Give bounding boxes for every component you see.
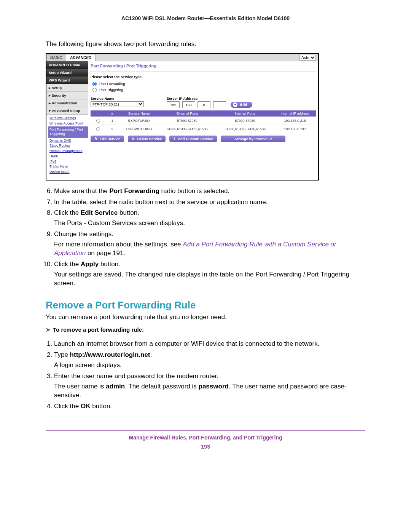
nav-device-mode[interactable]: Device Mode [49, 169, 87, 175]
footer-divider [46, 430, 365, 431]
step2-3: Enter the user name and password for the… [54, 372, 365, 400]
arrow-icon: ➤ [46, 326, 51, 333]
tab-basic[interactable]: BASIC [46, 54, 66, 61]
footer-text: Manage Firewall Rules, Port Forwarding, … [46, 435, 365, 441]
th-internal-ip: Internal IP address [274, 110, 316, 117]
table-row: 1 EXPOTURBO 57900-57980 57900-57980 192.… [91, 117, 316, 125]
forwarding-table: # Service Name External Ports Internal P… [91, 110, 316, 133]
nav-static-routes[interactable]: Static Routes [49, 143, 87, 149]
language-select-wrap: Auto [297, 54, 318, 61]
step-10-sub: Your settings are saved. The changed rul… [54, 270, 365, 288]
th-internal-ports: Internal Ports [216, 110, 274, 117]
left-nav: ADVANCED Home Setup Wizard WPS Wizard ▸S… [46, 61, 88, 180]
service-name-heading: Service Name [91, 96, 144, 101]
delete-service-button[interactable]: ✕ Delete Service [128, 136, 166, 142]
close-icon: ✕ [132, 137, 135, 141]
nav-upnp[interactable]: UPnP [49, 154, 87, 159]
ip-octet-3[interactable] [198, 101, 210, 108]
step2-2: Type http://www.routerlogin.net. A login… [54, 351, 365, 370]
language-select[interactable]: Auto [299, 55, 316, 61]
table-row: 2 TAGSWITCHING 61235,61335,61435,61535 6… [91, 125, 316, 133]
step-7: In the table, select the radio button ne… [54, 198, 365, 207]
th-external-ports: External Ports [158, 110, 216, 117]
page-number: 193 [46, 444, 365, 450]
service-type-group: Please select the service type. Port For… [91, 75, 316, 93]
service-name-select[interactable]: FTP(TCP:20,21) [91, 101, 144, 107]
nav-security[interactable]: ▸Security [46, 92, 88, 99]
step-8: Click the Edit Service button. The Ports… [54, 209, 365, 228]
nav-traffic-meter[interactable]: Traffic Meter [49, 164, 87, 169]
radio-port-triggering-input[interactable] [92, 88, 97, 92]
step-6: Make sure that the Port Forwarding radio… [54, 187, 365, 196]
service-type-label: Please select the service type. [91, 75, 316, 79]
section-intro: You can remove a port forwarding rule th… [46, 313, 365, 321]
nav-ipv6[interactable]: IPv6 [49, 159, 87, 165]
server-ip-group: . . . + Add [167, 101, 252, 108]
tab-advanced[interactable]: ADVANCED [66, 54, 96, 61]
nav-administration[interactable]: ▸Administration [46, 99, 88, 107]
nav-setup-wizard[interactable]: Setup Wizard [46, 69, 88, 77]
row-select-radio[interactable] [96, 119, 100, 123]
tab-bar: BASIC ADVANCED Auto [46, 54, 318, 61]
radio-port-forwarding[interactable]: Port Forwarding [91, 80, 316, 86]
step2-4: Click the OK button. [54, 402, 365, 411]
nav-advanced-home[interactable]: ADVANCED Home [46, 61, 88, 69]
content-pane: Port Forwarding / Port Triggering Please… [88, 61, 318, 180]
router-screenshot: BASIC ADVANCED Auto ADVANCED Home Setup … [46, 53, 319, 181]
arrange-by-ip-button[interactable]: Arrange by Internal IP [221, 136, 285, 142]
radio-port-triggering[interactable]: Port Triggering [91, 86, 316, 93]
to-heading: ➤To remove a port forwarding rule: [46, 326, 365, 333]
nav-wireless-settings[interactable]: Wireless Settings [49, 116, 87, 121]
ip-octet-1[interactable] [167, 101, 180, 108]
nav-port-forwarding[interactable]: Port Forwarding / Port Triggering [48, 126, 88, 137]
intro-text: The following figure shows two port forw… [46, 40, 365, 48]
plus-icon: + [173, 137, 175, 141]
row-select-radio[interactable] [96, 127, 100, 131]
ip-octet-2[interactable] [182, 101, 195, 108]
add-custom-service-button[interactable]: + Add Custom Service [169, 136, 217, 142]
section-heading: Remove a Port Forwarding Rule [46, 299, 365, 311]
radio-port-forwarding-input[interactable] [92, 82, 97, 86]
edit-service-button[interactable]: ✎ Edit Service [91, 136, 124, 142]
action-bar: ✎ Edit Service ✕ Delete Service + Add Cu… [91, 136, 316, 142]
add-button[interactable]: + Add [231, 102, 252, 108]
nav-wps-wizard[interactable]: WPS Wizard [46, 77, 88, 84]
step2-1: Launch an Internet browser from a comput… [54, 340, 365, 348]
server-ip-heading: Server IP Address [167, 96, 252, 101]
th-num: # [105, 110, 119, 117]
nav-remote-management[interactable]: Remote Management [49, 149, 87, 154]
step-9-sub: For more information about the settings,… [54, 240, 365, 258]
page-header: AC1200 WiFi DSL Modem Router—Essentials … [46, 15, 365, 21]
nav-dynamic-dns[interactable]: Dynamic DNS [49, 138, 87, 144]
step-8-sub: The Ports - Custom Services screen displ… [54, 219, 365, 228]
step-10: Click the Apply button. Your settings ar… [54, 260, 365, 288]
ip-octet-4[interactable] [213, 101, 226, 108]
steps-list-1: Make sure that the Port Forwarding radio… [46, 187, 365, 288]
th-service: Service Name [119, 110, 158, 117]
steps-list-2: Launch an Internet browser from a comput… [46, 340, 365, 411]
step-9: Change the settings. For more informatio… [54, 230, 365, 258]
plus-icon: + [233, 102, 237, 107]
nav-advanced-setup[interactable]: ▾Advanced Setup [46, 107, 88, 115]
pencil-icon: ✎ [94, 137, 97, 141]
nav-setup[interactable]: ▸Setup [46, 84, 88, 92]
nav-advanced-sublist: Wireless Settings Wireless Access Point … [46, 115, 88, 176]
pane-title: Port Forwarding / Port Triggering [91, 63, 316, 72]
nav-wireless-ap[interactable]: Wireless Access Point [49, 121, 87, 126]
